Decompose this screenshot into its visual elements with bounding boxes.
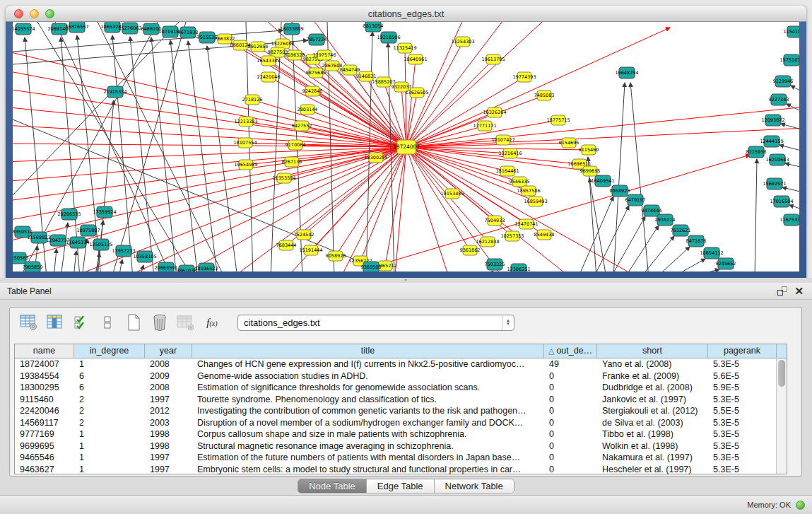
table-cell: 1 bbox=[74, 452, 145, 464]
panel-splitter[interactable]: ▾ bbox=[0, 278, 812, 283]
table-cell: Nakamura et al. (1997) bbox=[597, 452, 708, 464]
table-panel-body: f(x) citations_edges.txt ▲▼ namein_degre… bbox=[0, 300, 812, 495]
column-header-name[interactable]: name bbox=[15, 344, 74, 358]
table-cell: 0 bbox=[544, 464, 597, 476]
graph-edge bbox=[779, 145, 799, 152]
column-header-pagerank[interactable]: pagerank bbox=[708, 344, 777, 358]
dropdown-stepper-icon: ▲▼ bbox=[502, 315, 514, 330]
table-cell: 2 bbox=[74, 417, 145, 429]
graph-node-label: 15751074 bbox=[779, 57, 799, 63]
graph-node-label: 11325419 bbox=[393, 45, 416, 51]
graph-node-label: 8350514 bbox=[13, 229, 33, 235]
table-row[interactable]: 1872400712008Changes of HCN gene express… bbox=[15, 358, 787, 370]
table-selector-dropdown[interactable]: citations_edges.txt ▲▼ bbox=[237, 315, 514, 331]
tab-node-table[interactable]: Node Table bbox=[298, 479, 367, 493]
close-panel-icon[interactable]: ✕ bbox=[794, 286, 804, 296]
column-header-short[interactable]: short bbox=[597, 344, 708, 358]
graph-node-label: 18107554 bbox=[233, 140, 257, 146]
graph-edge bbox=[98, 22, 225, 271]
table-body: 1872400712008Changes of HCN gene express… bbox=[15, 358, 787, 475]
float-panel-icon[interactable] bbox=[777, 286, 787, 296]
table-cell: 6 bbox=[74, 382, 145, 394]
table-cell: 2008 bbox=[145, 382, 192, 394]
table-row[interactable]: 946362711997Embryonic stem cells: a mode… bbox=[15, 464, 787, 476]
table-vertical-scrollbar[interactable] bbox=[776, 358, 787, 474]
graph-node-label: 9427552 bbox=[292, 123, 312, 129]
table-cell: Estimation of the future numbers of pati… bbox=[192, 452, 544, 464]
graph-node-label: 10975887 bbox=[76, 228, 100, 233]
graph-node-label: 19774393 bbox=[512, 74, 536, 80]
window-titlebar[interactable]: citations_edges.txt bbox=[6, 6, 806, 22]
table-cell: 0 bbox=[544, 417, 597, 429]
network-view[interactable]: 7663822866012489129541322605898275031654… bbox=[13, 22, 799, 271]
memory-status-label: Memory: OK bbox=[747, 501, 791, 509]
attribute-table: namein_degreeyeartitle△ out_de…shortpage… bbox=[14, 344, 787, 474]
graph-edge bbox=[54, 249, 57, 271]
graph-edge bbox=[151, 37, 177, 271]
table-row[interactable]: 977716911998Corpus callosum shape and si… bbox=[15, 428, 787, 440]
column-header-year[interactable]: year bbox=[145, 344, 192, 358]
tab-edge-table[interactable]: Edge Table bbox=[367, 479, 435, 493]
table-cell: 5.3E-5 bbox=[708, 428, 777, 440]
graph-node-label: 17016504 bbox=[770, 199, 793, 204]
table-cell: 0 bbox=[544, 405, 597, 417]
function-builder-icon[interactable]: f(x) bbox=[201, 313, 223, 332]
delete-column-icon[interactable] bbox=[149, 313, 170, 332]
graph-node-label: 18640961 bbox=[404, 57, 427, 62]
graph-node-label: 15276062 bbox=[118, 25, 141, 31]
graph-node-label: 12505135 bbox=[89, 242, 112, 247]
select-rows-icon[interactable] bbox=[71, 313, 92, 332]
graph-node-label: 16409541 bbox=[591, 178, 614, 184]
scrollbar-thumb[interactable] bbox=[778, 360, 785, 387]
table-cell: 5.3E-5 bbox=[708, 440, 777, 452]
table-cell: Tibbo et al. (1998) bbox=[597, 428, 708, 440]
table-cell: 19384554 bbox=[15, 370, 74, 382]
graph-node-label: 12444159 bbox=[760, 139, 783, 144]
new-column-icon[interactable] bbox=[123, 313, 144, 332]
graph-node-label: 9242848 bbox=[302, 88, 323, 94]
memory-status-icon bbox=[796, 501, 805, 510]
table-cell: Corpus callosum shape and size in male p… bbox=[192, 428, 544, 440]
network-canvas-svg[interactable]: 7663822866012489129541322605898275031654… bbox=[13, 22, 799, 271]
table-cell: 1998 bbox=[145, 440, 192, 452]
table-cell: Hescheler et al. (1997) bbox=[597, 464, 708, 476]
graph-node-label: 16033809 bbox=[280, 26, 303, 32]
table-row[interactable]: 1938455462009Genome-wide association stu… bbox=[15, 370, 787, 382]
graph-edge bbox=[791, 86, 799, 94]
table-row[interactable]: 969969511998Structural magnetic resonanc… bbox=[15, 440, 787, 452]
table-mode-icon[interactable] bbox=[18, 313, 40, 332]
graph-node-label: 10654112 bbox=[700, 250, 723, 256]
graph-node-label: 9546335 bbox=[510, 179, 530, 185]
graph-node-label: 9474444 bbox=[642, 208, 662, 214]
table-row[interactable]: 946554611997Estimation of the future num… bbox=[15, 452, 787, 464]
graph-edge bbox=[782, 187, 799, 193]
graph-node-label: 9245652 bbox=[716, 261, 736, 267]
graph-node-label: 15191444 bbox=[299, 247, 322, 253]
row-height-icon[interactable] bbox=[97, 313, 118, 332]
table-cell: 5.3E-5 bbox=[708, 464, 777, 476]
table-row[interactable]: 911546021997Tourette syndrome. Phenomeno… bbox=[15, 394, 787, 406]
graph-node-label: 12386251 bbox=[507, 267, 530, 271]
table-cell: 18300295 bbox=[15, 382, 74, 394]
column-header-out_de[interactable]: △ out_de… bbox=[544, 344, 597, 358]
table-cell: Franke et al. (2009) bbox=[597, 370, 708, 382]
splitter-handle-icon[interactable]: ▾ bbox=[401, 279, 410, 282]
show-columns-icon[interactable] bbox=[45, 313, 66, 332]
table-row[interactable]: 1830029562008Estimation of significance … bbox=[15, 382, 787, 394]
graph-node-label: 10107427 bbox=[491, 137, 514, 143]
graph-edge bbox=[112, 147, 406, 271]
sort-ascending-icon: △ bbox=[548, 346, 557, 355]
graph-node-label: 9115460 bbox=[579, 147, 599, 153]
table-row[interactable]: 2242004622012Investigating the contribut… bbox=[15, 405, 787, 417]
table-row[interactable]: 1456911722003Disruption of a novel membe… bbox=[15, 417, 787, 429]
graph-node-label: 8186328 bbox=[285, 52, 305, 58]
graph-node-label: 16212838 bbox=[476, 239, 499, 245]
table-cell: 1 bbox=[74, 358, 145, 370]
graph-edge bbox=[394, 147, 406, 271]
graph-node-label: 18724007 bbox=[393, 144, 420, 150]
graph-node-label: 9699695 bbox=[580, 168, 601, 174]
column-header-title[interactable]: title bbox=[192, 344, 544, 358]
table-cell: Structural magnetic resonance image aver… bbox=[192, 440, 544, 452]
tab-network-table[interactable]: Network Table bbox=[435, 479, 514, 493]
column-header-in_degree[interactable]: in_degree bbox=[74, 344, 145, 358]
